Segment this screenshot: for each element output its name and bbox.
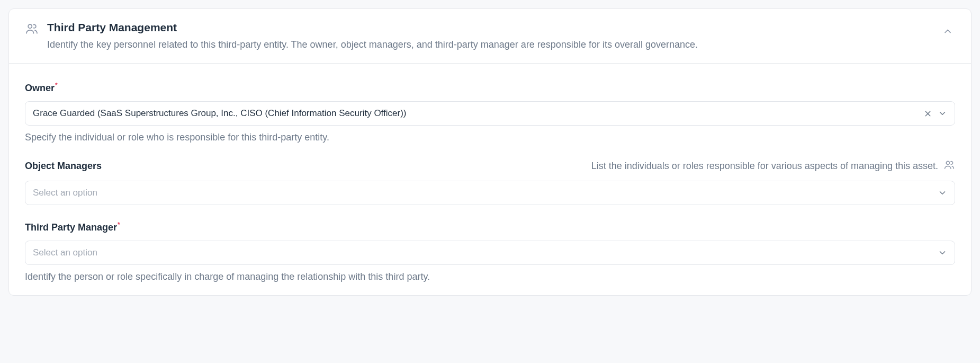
object-managers-placeholder: Select an option	[33, 188, 938, 198]
third-party-management-card: Third Party Management Identify the key …	[8, 8, 972, 296]
object-managers-inline-help: List the individuals or roles responsibl…	[591, 159, 955, 173]
chevron-down-icon	[938, 109, 947, 118]
third-party-manager-help-text: Identify the person or role specifically…	[25, 271, 955, 282]
team-icon	[943, 159, 955, 173]
third-party-manager-dropdown-toggle[interactable]	[938, 248, 947, 258]
card-header: Third Party Management Identify the key …	[9, 9, 971, 64]
collapse-button[interactable]	[940, 24, 955, 39]
chevron-down-icon	[938, 188, 947, 198]
object-managers-select[interactable]: Select an option	[25, 181, 955, 205]
team-icon	[25, 22, 39, 38]
required-mark: *	[118, 221, 120, 228]
owner-label-text: Owner	[25, 83, 55, 93]
chevron-up-icon	[942, 26, 953, 37]
owner-label: Owner*	[25, 82, 58, 94]
third-party-manager-placeholder: Select an option	[33, 247, 938, 258]
card-title: Third Party Management	[47, 21, 940, 34]
owner-dropdown-toggle[interactable]	[938, 109, 947, 118]
third-party-manager-field: Third Party Manager* Select an option Id…	[25, 221, 955, 282]
object-managers-field: Object Managers List the individuals or …	[25, 159, 955, 205]
owner-clear-button[interactable]	[923, 109, 932, 118]
owner-select[interactable]: Grace Guarded (SaaS Superstructures Grou…	[25, 101, 955, 126]
card-subtitle: Identify the key personnel related to th…	[47, 38, 940, 51]
third-party-manager-select[interactable]: Select an option	[25, 241, 955, 265]
svg-point-0	[28, 24, 32, 28]
owner-help-text: Specify the individual or role who is re…	[25, 132, 955, 143]
third-party-manager-label: Third Party Manager*	[25, 221, 120, 233]
object-managers-inline-help-text: List the individuals or roles responsibl…	[591, 161, 938, 172]
object-managers-dropdown-toggle[interactable]	[938, 188, 947, 198]
required-mark: *	[55, 82, 58, 89]
object-managers-label: Object Managers	[25, 161, 102, 172]
close-icon	[923, 109, 932, 118]
third-party-manager-label-text: Third Party Manager	[25, 222, 117, 233]
svg-point-3	[946, 162, 949, 165]
card-body: Owner* Grace Guarded (SaaS Superstructur…	[9, 64, 971, 295]
owner-select-value: Grace Guarded (SaaS Superstructures Grou…	[33, 108, 923, 119]
chevron-down-icon	[938, 248, 947, 258]
owner-field: Owner* Grace Guarded (SaaS Superstructur…	[25, 82, 955, 143]
